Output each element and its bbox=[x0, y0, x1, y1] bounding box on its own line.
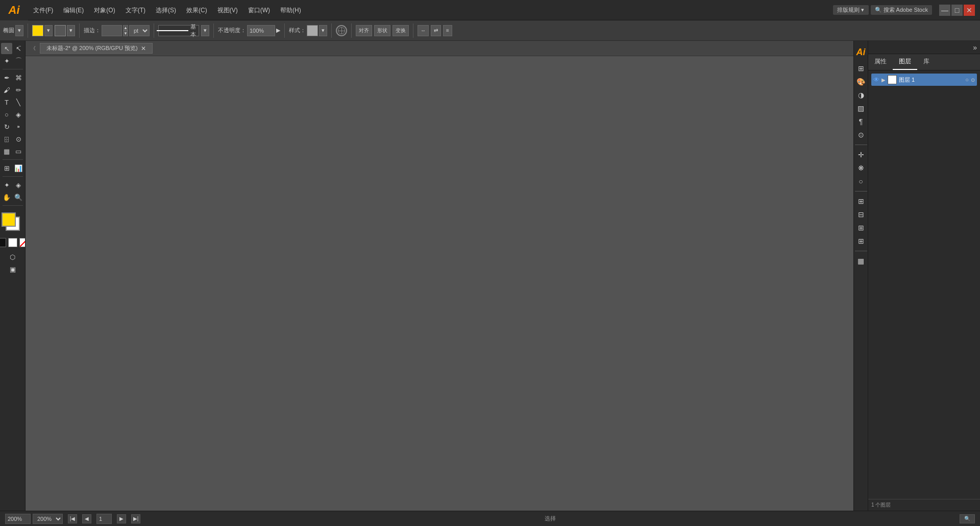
ri-image-icon[interactable]: ▨ bbox=[855, 103, 867, 114]
menu-window[interactable]: 窗口(W) bbox=[243, 0, 275, 20]
extra-btn2[interactable]: ⇄ bbox=[431, 25, 441, 36]
fill-dropdown[interactable]: ▾ bbox=[44, 25, 53, 36]
none-swatch[interactable] bbox=[19, 238, 26, 247]
layer-row-1[interactable]: 👁 ▶ 图层 1 ○ ⊙ bbox=[871, 74, 977, 86]
arrange-rules-btn[interactable]: 排版规则 ▾ bbox=[833, 5, 868, 15]
stroke-input[interactable] bbox=[102, 25, 122, 36]
right-collapse-btn[interactable]: » bbox=[973, 43, 977, 52]
layer-options-icon[interactable]: ⊙ bbox=[971, 77, 975, 83]
tab-close-btn[interactable]: ✕ bbox=[141, 45, 146, 52]
tab-layers[interactable]: 图层 bbox=[893, 54, 917, 70]
nav-last-btn[interactable]: ▶| bbox=[131, 514, 140, 523]
eraser-tool[interactable]: ◈ bbox=[13, 109, 24, 120]
type-tool[interactable]: T bbox=[1, 97, 12, 108]
ri-properties-icon[interactable]: ⊞ bbox=[855, 63, 867, 74]
page-input[interactable] bbox=[96, 514, 112, 524]
blend-tool[interactable]: ◈ bbox=[13, 179, 24, 190]
ri-transform-icon[interactable]: ✛ bbox=[855, 149, 867, 160]
menu-select[interactable]: 选择(S) bbox=[151, 0, 181, 20]
menu-effect[interactable]: 效果(C) bbox=[181, 0, 212, 20]
extra-btn1[interactable]: ↔ bbox=[418, 25, 429, 36]
nav-next-btn[interactable]: ▶ bbox=[117, 514, 126, 523]
align-btn[interactable]: 对齐 bbox=[356, 25, 372, 36]
collapse-left-btn[interactable]: 《 bbox=[31, 45, 36, 52]
layer-lock-icon[interactable]: ○ bbox=[965, 77, 969, 83]
globe-icon[interactable] bbox=[336, 25, 347, 36]
opacity-input[interactable] bbox=[247, 25, 275, 36]
ri-anchor-icon[interactable]: ⊙ bbox=[855, 129, 867, 140]
stroke-preview[interactable]: 基本 bbox=[158, 25, 199, 36]
graph-tool[interactable]: ▦ bbox=[1, 146, 12, 157]
stroke-unit[interactable]: pt bbox=[129, 25, 150, 36]
eyedropper-tool[interactable]: ✦ bbox=[1, 179, 12, 190]
shape-btn[interactable]: 形状 bbox=[374, 25, 390, 36]
zoom-dropdown[interactable]: 200% bbox=[33, 514, 63, 524]
pencil-tool[interactable]: ✏ bbox=[13, 84, 24, 95]
zoom-tool[interactable]: 🔍 bbox=[13, 192, 24, 203]
rectangle-tool[interactable]: ▭ bbox=[13, 146, 24, 157]
stroke-style-dropdown[interactable]: ▾ bbox=[201, 25, 209, 36]
ri-gradient-icon[interactable]: ◑ bbox=[855, 89, 867, 101]
ri-circle-icon[interactable]: ○ bbox=[855, 176, 867, 187]
select-tool[interactable]: ↖ bbox=[1, 43, 12, 54]
menu-text[interactable]: 文字(T) bbox=[120, 0, 151, 20]
curvature-tool[interactable]: ⌘ bbox=[13, 72, 24, 83]
nav-first-btn[interactable]: |◀ bbox=[68, 514, 77, 523]
stroke-down[interactable]: ▼ bbox=[123, 31, 128, 36]
stock-search-btn[interactable]: 🔍 搜索 Adobe Stock bbox=[871, 5, 933, 15]
minimize-btn[interactable]: — bbox=[939, 5, 950, 16]
fill-swatch[interactable] bbox=[2, 212, 16, 227]
zoom-input[interactable] bbox=[5, 514, 31, 524]
black-swatch[interactable] bbox=[0, 238, 6, 247]
hand-tool[interactable]: ✋ bbox=[1, 192, 12, 203]
stroke-dropdown[interactable]: ▾ bbox=[67, 25, 75, 36]
ri-flower-icon[interactable]: ❋ bbox=[855, 162, 867, 174]
scale-tool[interactable]: ⌹ bbox=[1, 133, 12, 145]
rotate-tool[interactable]: ↻ bbox=[1, 121, 12, 132]
width-tool[interactable]: ⁍ bbox=[13, 121, 24, 132]
menu-view[interactable]: 视图(V) bbox=[212, 0, 243, 20]
pen-tool[interactable]: ✒ bbox=[1, 72, 12, 83]
tab-library[interactable]: 库 bbox=[917, 54, 936, 70]
extra-btn3[interactable]: ≡ bbox=[443, 25, 452, 36]
stroke-color-box[interactable] bbox=[55, 25, 66, 36]
close-btn[interactable]: ✕ bbox=[964, 5, 975, 16]
menu-help[interactable]: 帮助(H) bbox=[275, 0, 306, 20]
lasso-tool[interactable]: ⌒ bbox=[13, 55, 24, 66]
drawing-mode-btn[interactable]: ⬡ bbox=[7, 251, 18, 262]
style-dropdown[interactable]: ▾ bbox=[319, 25, 327, 36]
style-preview[interactable] bbox=[307, 25, 318, 36]
layer-expand-icon[interactable]: ▶ bbox=[881, 77, 886, 83]
ri-artboard-icon[interactable]: ▦ bbox=[855, 255, 867, 267]
maximize-btn[interactable]: □ bbox=[951, 5, 963, 16]
tab-properties[interactable]: 属性 bbox=[868, 54, 893, 70]
paintbrush-tool[interactable]: 🖌 bbox=[1, 84, 12, 95]
direct-select-tool[interactable]: ↖̈ bbox=[13, 43, 24, 54]
warp-tool[interactable]: ⊙ bbox=[13, 133, 24, 145]
ri-distribute-icon[interactable]: ⊞ bbox=[855, 235, 867, 247]
menu-object[interactable]: 对象(O) bbox=[89, 0, 120, 20]
line-tool[interactable]: ╲ bbox=[13, 97, 24, 108]
stroke-up[interactable]: ▲ bbox=[123, 25, 128, 31]
ellipse-tool[interactable]: ○ bbox=[1, 109, 12, 120]
white-swatch[interactable] bbox=[8, 238, 17, 247]
ri-align-top-icon[interactable]: ⊞ bbox=[855, 222, 867, 233]
ri-arrange-icon[interactable]: ⊞ bbox=[855, 196, 867, 207]
opacity-more[interactable]: ▶ bbox=[276, 27, 280, 34]
menu-edit[interactable]: 编辑(E) bbox=[58, 0, 89, 20]
search-btn[interactable]: 🔍 bbox=[960, 514, 975, 523]
ri-align-bottom-icon[interactable]: ⊟ bbox=[855, 209, 867, 220]
ri-type-icon[interactable]: ¶ bbox=[855, 116, 867, 127]
menu-file[interactable]: 文件(F) bbox=[28, 0, 58, 20]
chart-tool[interactable]: 📊 bbox=[13, 162, 24, 174]
nav-prev-btn[interactable]: ◀ bbox=[82, 514, 91, 523]
fill-color-box[interactable] bbox=[32, 25, 43, 36]
shape-dropdown[interactable]: ▾ bbox=[15, 25, 23, 36]
symbol-tool[interactable]: ⊞ bbox=[1, 162, 12, 174]
screen-mode-btn[interactable]: ▣ bbox=[7, 264, 18, 275]
ri-color-icon[interactable]: 🎨 bbox=[855, 76, 867, 87]
layer-visibility-icon[interactable]: 👁 bbox=[873, 76, 879, 83]
magic-wand-tool[interactable]: ✦ bbox=[1, 55, 12, 66]
canvas-tab[interactable]: 未标题-2* @ 200% (RGB/GPU 预览) ✕ bbox=[40, 43, 153, 54]
transform-btn[interactable]: 变换 bbox=[393, 25, 409, 36]
